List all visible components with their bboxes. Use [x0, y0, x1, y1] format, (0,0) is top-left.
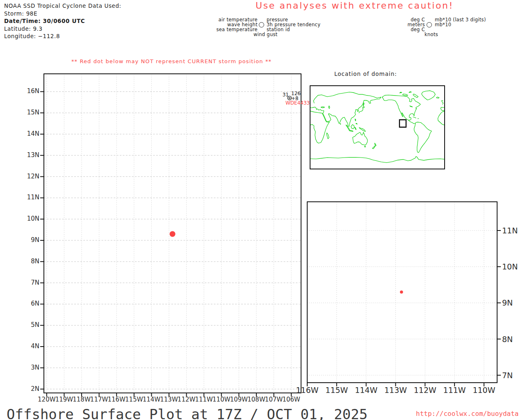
coastline-arctic-4: [399, 92, 402, 93]
units-legend-left-3: deg C: [381, 27, 425, 32]
coastline-africa: [310, 111, 329, 143]
coastline-tasmania: [365, 146, 365, 147]
x-tick-label: 112W: [409, 386, 441, 395]
coastline-nz-north: [374, 143, 376, 146]
coastline-uk: [442, 100, 443, 104]
y-tick-label: 12N: [19, 173, 39, 180]
coastline-sulawesi: [355, 127, 356, 130]
y-tick-label: 11N: [19, 194, 39, 201]
zoom-plot: [299, 194, 516, 399]
x-tick-label: 113W: [380, 386, 411, 395]
y-tick-label: 7N: [19, 279, 39, 286]
x-tick-label: 114W: [351, 386, 382, 395]
caution-headline: Use analyses with extreme caution!: [256, 0, 454, 11]
y-tick-label: 15N: [19, 109, 39, 116]
y-tick-label: 10N: [502, 262, 518, 271]
x-tick-label: 106W: [279, 396, 304, 403]
x-tick-label: 116W: [292, 386, 323, 395]
y-tick-label: 11N: [502, 226, 518, 235]
latitude-line: Latitude: 9.3: [4, 25, 121, 33]
coastline-newguinea: [359, 128, 365, 131]
x-tick-label: 110W: [468, 386, 500, 395]
coastline-australia: [353, 132, 368, 145]
storm-position-dot: [170, 231, 176, 237]
coastline-japan: [359, 108, 363, 113]
y-tick-label: 5N: [19, 321, 39, 329]
x-tick-label: 111W: [439, 386, 470, 395]
y-tick-label: 6N: [19, 300, 39, 307]
coastline-southamerica: [414, 122, 432, 153]
coastline-philippines-2: [356, 123, 357, 124]
domain-map-title: Location of domain:: [334, 71, 397, 77]
coastline-greatlakes: [410, 106, 413, 107]
station-legend-left-3: sea temperature: [164, 27, 258, 32]
y-tick-label: 4N: [19, 342, 39, 350]
coastline-sakhalin: [363, 103, 364, 106]
coastline-arctic-1: [413, 94, 418, 98]
station-marker-inner-circle: [289, 97, 290, 98]
y-tick-label: 9N: [19, 236, 39, 244]
coastline-borneo: [351, 125, 354, 129]
station-legend-bottom: wind gust: [253, 32, 278, 37]
coastline-africa-west: [438, 112, 444, 125]
y-tick-label: 3N: [19, 364, 39, 371]
coastline-iceland: [436, 97, 439, 98]
coastline-nz-south: [372, 146, 375, 149]
world-map-svg: [310, 86, 444, 169]
x-tick-label: 115W: [321, 386, 352, 395]
longitude-line: Longitude: −112.8: [4, 32, 121, 40]
coastline-srilanka: [340, 123, 340, 124]
data-source-line: NOAA SSD Tropical Cyclone Data Used:: [4, 2, 121, 10]
main-plot: [36, 70, 306, 403]
y-tick-label: 10N: [19, 215, 39, 222]
coastline-arctic-3: [409, 91, 411, 92]
storm-id-line: Storm: 98E: [4, 10, 121, 18]
storm-position-warning: ** Red dot below may NOT represent CURRE…: [71, 58, 272, 64]
coastline-hokkaido: [363, 107, 365, 108]
coastline-philippines-1: [355, 119, 356, 121]
world-map-frame: [310, 85, 445, 169]
y-tick-label: 8N: [502, 335, 513, 344]
y-tick-label: 2N: [19, 385, 39, 393]
units-model-circle-icon: [427, 22, 432, 27]
coastline-cuba: [413, 117, 416, 118]
coastline-greenland: [422, 91, 436, 100]
y-tick-label: 16N: [19, 87, 39, 95]
coastline-eurasia: [310, 92, 381, 127]
coastline-blacksea: [321, 107, 324, 108]
y-tick-label: 7N: [502, 371, 513, 380]
y-tick-label: 8N: [19, 258, 39, 265]
coastline-java: [349, 130, 353, 131]
storm-info-block: NOAA SSD Tropical Cyclone Data Used: Sto…: [4, 2, 121, 40]
station-air-temperature: 31: [272, 92, 289, 97]
coastline-northamerica-east: [382, 95, 420, 120]
coastline-iberia: [441, 107, 444, 111]
source-url-link[interactable]: http://coolwx.com/buoydata: [416, 410, 518, 418]
y-tick-label: 9N: [502, 298, 513, 307]
domain-box: [399, 120, 406, 127]
storm-position-dot-zoom: [400, 290, 403, 294]
coastline-madagascar: [326, 133, 329, 139]
y-tick-label: 13N: [19, 151, 39, 159]
units-legend-right-2: mb*10: [435, 22, 451, 27]
coastline-antarctica: [310, 156, 444, 162]
coastline-caspian: [329, 106, 330, 109]
y-tick-label: 14N: [19, 130, 39, 137]
page-title: Offshore Surface Plot at 17Z / OCT 01, 2…: [7, 406, 368, 420]
station-model-circle-icon: [259, 22, 264, 27]
station-id-label: WDE4433: [285, 100, 310, 105]
coastline-arctic-2: [403, 94, 408, 96]
units-legend-bottom: knots: [425, 32, 438, 37]
datetime-line: Date/Time: 30/0600 UTC: [4, 17, 121, 25]
offshore-surface-plot-page: NOAA SSD Tropical Cyclone Data Used: Sto…: [0, 0, 525, 420]
